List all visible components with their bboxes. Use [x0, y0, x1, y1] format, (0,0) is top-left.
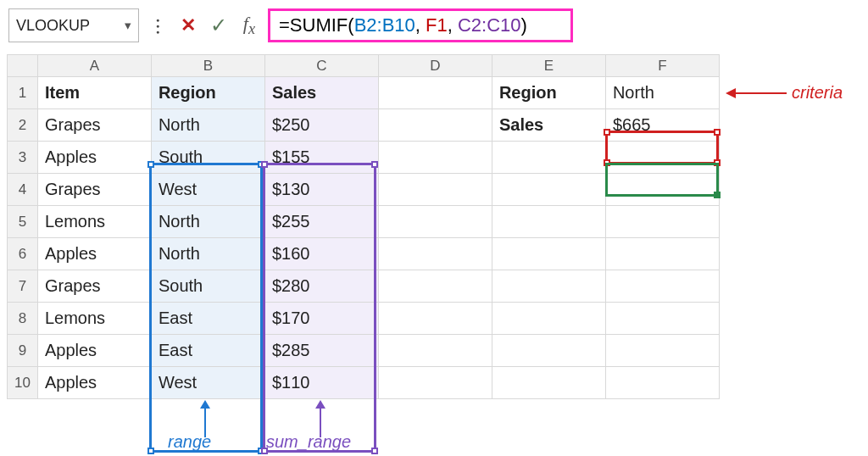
cell-B5[interactable]: North: [151, 206, 264, 238]
cell-B6[interactable]: North: [151, 238, 264, 270]
cell-F10[interactable]: [605, 367, 719, 399]
formula-open: (: [348, 14, 353, 36]
cell-A3[interactable]: Apples: [37, 142, 151, 174]
cell-A8[interactable]: Lemons: [37, 303, 151, 335]
row-header-8[interactable]: 8: [8, 303, 38, 335]
criteria-label: criteria: [792, 83, 843, 103]
cell-C4[interactable]: $130: [264, 174, 378, 206]
cell-E2[interactable]: Sales: [492, 109, 605, 142]
select-all-corner[interactable]: [8, 55, 38, 77]
cell-D3[interactable]: [378, 142, 492, 174]
cell-A4[interactable]: Grapes: [37, 174, 151, 206]
cell-A9[interactable]: Apples: [37, 335, 151, 367]
cell-D10[interactable]: [378, 367, 492, 399]
range-label: range: [168, 432, 211, 452]
row-header-10[interactable]: 10: [8, 367, 38, 399]
col-header-A[interactable]: A: [37, 55, 151, 77]
formula-arg2: F1: [426, 14, 448, 36]
col-header-B[interactable]: B: [151, 55, 264, 77]
cell-C1[interactable]: Sales: [264, 77, 378, 109]
col-header-E[interactable]: E: [492, 55, 605, 77]
cell-B7[interactable]: South: [151, 270, 264, 303]
cell-F4[interactable]: [605, 174, 719, 206]
arrow-up-blue-icon: [197, 400, 214, 437]
spreadsheet-grid[interactable]: A B C D E F 1 Item Region Sales Region N…: [7, 54, 720, 399]
cell-D6[interactable]: [378, 238, 492, 270]
row-header-3[interactable]: 3: [8, 142, 38, 174]
cell-B8[interactable]: East: [151, 303, 264, 335]
cell-D9[interactable]: [378, 335, 492, 367]
cell-F6[interactable]: [605, 238, 719, 270]
cell-A5[interactable]: Lemons: [37, 206, 151, 238]
cell-E5[interactable]: [492, 206, 605, 238]
cell-F2[interactable]: $665: [605, 109, 719, 142]
cell-D7[interactable]: [378, 270, 492, 303]
formula-fn: SUMIF: [290, 14, 348, 36]
cell-F3[interactable]: [605, 142, 719, 174]
cell-E10[interactable]: [492, 367, 605, 399]
row-header-1[interactable]: 1: [8, 77, 38, 109]
name-box-value: VLOOKUP: [16, 17, 90, 35]
formula-bar-area: VLOOKUP ▾ ●●● ✕ ✓ fx = SUMIF ( B2:B10 , …: [0, 0, 868, 53]
insert-function-icon[interactable]: fx: [237, 14, 261, 37]
arrow-left-red-icon: [726, 85, 787, 102]
formula-eq: =: [279, 14, 290, 36]
cell-A7[interactable]: Grapes: [37, 270, 151, 303]
cell-C6[interactable]: $160: [264, 238, 378, 270]
cell-A6[interactable]: Apples: [37, 238, 151, 270]
cell-B3[interactable]: South: [151, 142, 264, 174]
cell-E9[interactable]: [492, 335, 605, 367]
cell-F1[interactable]: North: [605, 77, 719, 109]
cell-B2[interactable]: North: [151, 109, 264, 142]
cell-D2[interactable]: [378, 109, 492, 142]
cell-E4[interactable]: [492, 174, 605, 206]
cell-E7[interactable]: [492, 270, 605, 303]
row-header-5[interactable]: 5: [8, 206, 38, 238]
cell-C8[interactable]: $170: [264, 303, 378, 335]
cell-D1[interactable]: [378, 77, 492, 109]
row-header-6[interactable]: 6: [8, 238, 38, 270]
row-header-4[interactable]: 4: [8, 174, 38, 206]
col-header-C[interactable]: C: [264, 55, 378, 77]
name-box[interactable]: VLOOKUP ▾: [8, 8, 139, 42]
cell-E1[interactable]: Region: [492, 77, 605, 109]
sum-range-label: sum_range: [266, 432, 351, 452]
arrow-up-purple-icon: [312, 400, 329, 437]
cell-E8[interactable]: [492, 303, 605, 335]
cell-F7[interactable]: [605, 270, 719, 303]
cell-D8[interactable]: [378, 303, 492, 335]
row-header-7[interactable]: 7: [8, 270, 38, 303]
cell-B10[interactable]: West: [151, 367, 264, 399]
cell-A10[interactable]: Apples: [37, 367, 151, 399]
formula-arg1: B2:B10: [354, 14, 415, 36]
cell-E6[interactable]: [492, 238, 605, 270]
cell-B1[interactable]: Region: [151, 77, 264, 109]
cell-A1[interactable]: Item: [37, 77, 151, 109]
cell-F8[interactable]: [605, 303, 719, 335]
chevron-down-icon[interactable]: ▾: [125, 18, 131, 33]
cell-C7[interactable]: $280: [264, 270, 378, 303]
cell-E3[interactable]: [492, 142, 605, 174]
cancel-icon[interactable]: ✕: [176, 14, 200, 37]
formula-sep1: ,: [415, 14, 426, 36]
cell-C3[interactable]: $155: [264, 142, 378, 174]
formula-close: ): [521, 14, 527, 36]
cell-B9[interactable]: East: [151, 335, 264, 367]
cell-C5[interactable]: $255: [264, 206, 378, 238]
row-header-9[interactable]: 9: [8, 335, 38, 367]
cell-D4[interactable]: [378, 174, 492, 206]
formula-sep2: ,: [448, 14, 458, 36]
cell-F5[interactable]: [605, 206, 719, 238]
cell-B4[interactable]: West: [151, 174, 264, 206]
col-header-D[interactable]: D: [378, 55, 492, 77]
row-header-2[interactable]: 2: [8, 109, 38, 142]
cell-C9[interactable]: $285: [264, 335, 378, 367]
col-header-F[interactable]: F: [605, 55, 719, 77]
formula-input[interactable]: = SUMIF ( B2:B10 , F1 , C2:C10 ): [268, 8, 573, 42]
cell-A2[interactable]: Grapes: [37, 109, 151, 142]
cell-F9[interactable]: [605, 335, 719, 367]
enter-icon[interactable]: ✓: [207, 14, 231, 37]
cell-C2[interactable]: $250: [264, 109, 378, 142]
cell-D5[interactable]: [378, 206, 492, 238]
cell-C10[interactable]: $110: [264, 367, 378, 399]
